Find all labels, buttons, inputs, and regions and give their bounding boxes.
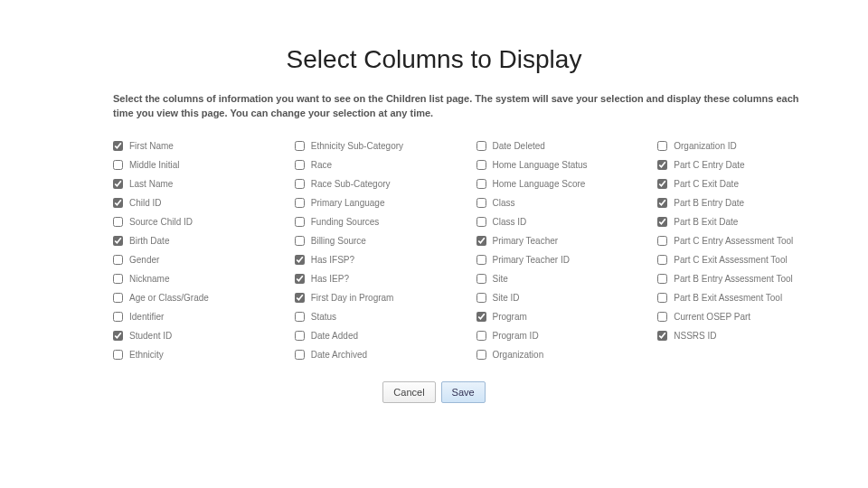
column-checkbox[interactable] [113, 331, 123, 341]
column-label[interactable]: Age or Class/Grade [129, 293, 209, 303]
column-checkbox[interactable] [476, 350, 486, 360]
column-label[interactable]: Identifier [129, 312, 164, 322]
column-checkbox[interactable] [113, 274, 123, 284]
column-label[interactable]: Home Language Score [493, 179, 586, 189]
column-checkbox[interactable] [476, 217, 486, 227]
column-checkbox[interactable] [295, 141, 305, 151]
column-label[interactable]: Primary Teacher [493, 236, 559, 246]
column-label[interactable]: Part B Exit Date [674, 217, 738, 227]
column-checkbox[interactable] [657, 255, 667, 265]
column-checkbox[interactable] [476, 293, 486, 303]
column-checkbox[interactable] [657, 160, 667, 170]
column-label[interactable]: Primary Language [311, 198, 385, 208]
column-label[interactable]: Organization [493, 350, 544, 360]
column-label[interactable]: First Name [129, 141, 174, 151]
column-checkbox[interactable] [476, 312, 486, 322]
save-button[interactable]: Save [441, 381, 486, 403]
column-label[interactable]: Organization ID [674, 141, 736, 151]
column-label[interactable]: Program [493, 312, 527, 322]
column-checkbox[interactable] [657, 198, 667, 208]
column-checkbox[interactable] [113, 198, 123, 208]
column-label[interactable]: Ethnicity [129, 350, 164, 360]
column-checkbox[interactable] [295, 293, 305, 303]
column-checkbox[interactable] [113, 236, 123, 246]
column-label[interactable]: Gender [129, 255, 159, 265]
column-option: Middle Initial [113, 156, 288, 174]
column-checkbox[interactable] [113, 350, 123, 360]
column-checkbox[interactable] [113, 141, 123, 151]
cancel-button[interactable]: Cancel [382, 381, 435, 403]
column-label[interactable]: Part B Entry Date [674, 198, 744, 208]
column-label[interactable]: Program ID [493, 331, 539, 341]
column-label[interactable]: Race [311, 160, 332, 170]
column-checkbox[interactable] [657, 141, 667, 151]
column-label[interactable]: Birth Date [129, 236, 169, 246]
column-label[interactable]: Primary Teacher ID [493, 255, 570, 265]
column-label[interactable]: Has IEP? [311, 274, 349, 284]
column-option: First Day in Program [295, 289, 469, 306]
column-label[interactable]: Site [493, 274, 508, 284]
column-checkbox[interactable] [476, 179, 486, 189]
column-label[interactable]: Funding Sources [311, 217, 380, 227]
column-checkbox[interactable] [295, 331, 305, 341]
column-checkbox[interactable] [295, 312, 305, 322]
column-label[interactable]: Middle Initial [129, 160, 180, 170]
column-checkbox[interactable] [657, 312, 667, 322]
column-checkbox[interactable] [476, 160, 486, 170]
column-label[interactable]: Site ID [493, 293, 520, 303]
column-label[interactable]: Part C Entry Date [674, 160, 744, 170]
column-label[interactable]: Part B Entry Assessment Tool [674, 274, 793, 284]
column-checkbox[interactable] [113, 293, 123, 303]
column-label[interactable]: Student ID [129, 331, 172, 341]
column-checkbox[interactable] [476, 274, 486, 284]
column-label[interactable]: Billing Source [311, 236, 366, 246]
column-checkbox[interactable] [295, 255, 305, 265]
column-checkbox[interactable] [657, 179, 667, 189]
column-checkbox[interactable] [295, 198, 305, 208]
column-label[interactable]: First Day in Program [311, 293, 394, 303]
column-checkbox[interactable] [295, 350, 305, 360]
column-checkbox[interactable] [113, 255, 123, 265]
column-label[interactable]: Date Added [311, 331, 358, 341]
column-checkbox[interactable] [657, 217, 667, 227]
column-label[interactable]: Source Child ID [129, 217, 193, 227]
column-label[interactable]: Ethnicity Sub-Category [311, 141, 403, 151]
column-checkbox[interactable] [113, 312, 123, 322]
column-label[interactable]: Part C Entry Assessment Tool [674, 236, 793, 246]
column-label[interactable]: Home Language Status [493, 160, 588, 170]
column-label[interactable]: Class [493, 198, 515, 208]
column-checkbox[interactable] [295, 217, 305, 227]
column-label[interactable]: Date Deleted [493, 141, 545, 151]
column-checkbox[interactable] [657, 236, 667, 246]
column-checkbox[interactable] [657, 274, 667, 284]
column-checkbox[interactable] [113, 160, 123, 170]
column-label[interactable]: Last Name [129, 179, 173, 189]
column-label[interactable]: Race Sub-Category [311, 179, 391, 189]
column-label[interactable]: Has IFSP? [311, 255, 354, 265]
column-label[interactable]: Current OSEP Part [674, 312, 750, 322]
column-checkbox[interactable] [295, 160, 305, 170]
column-checkbox[interactable] [476, 255, 486, 265]
column-label[interactable]: Child ID [129, 198, 162, 208]
column-checkbox[interactable] [476, 141, 486, 151]
column-label[interactable]: Part C Exit Assessment Tool [674, 255, 787, 265]
column-checkbox[interactable] [295, 236, 305, 246]
column-checkbox[interactable] [657, 293, 667, 303]
column-label[interactable]: Part C Exit Date [674, 179, 739, 189]
column-checkbox[interactable] [113, 179, 123, 189]
column-checkbox[interactable] [476, 236, 486, 246]
column-checkbox[interactable] [657, 331, 667, 341]
column-label[interactable]: NSSRS ID [674, 331, 716, 341]
column-checkbox[interactable] [295, 274, 305, 284]
column-label[interactable]: Part B Exit Assesment Tool [674, 293, 782, 303]
column-label[interactable]: Class ID [493, 217, 527, 227]
column-1: Ethnicity Sub-CategoryRaceRace Sub-Categ… [295, 137, 469, 365]
column-label[interactable]: Status [311, 312, 336, 322]
column-option: Class [476, 194, 651, 211]
column-checkbox[interactable] [476, 331, 486, 341]
column-checkbox[interactable] [295, 179, 305, 189]
column-label[interactable]: Date Archived [311, 350, 367, 360]
column-label[interactable]: Nickname [129, 274, 169, 284]
column-checkbox[interactable] [476, 198, 486, 208]
column-checkbox[interactable] [113, 217, 123, 227]
